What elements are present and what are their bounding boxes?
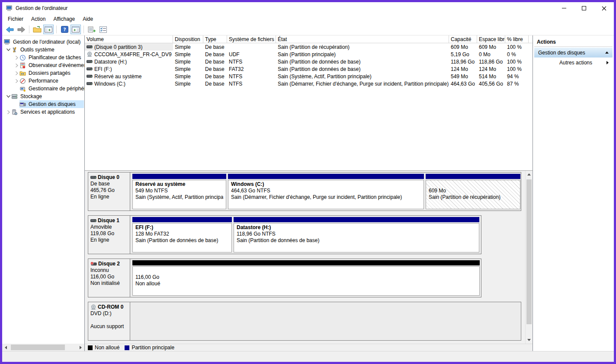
tree-item-outils-systeme[interactable]: Outils système xyxy=(2,46,84,54)
console-window-button[interactable] xyxy=(71,25,81,34)
help-button[interactable]: ? xyxy=(59,25,70,34)
expander-collapsed-icon[interactable] xyxy=(14,55,19,60)
expander-expanded-icon[interactable] xyxy=(6,95,11,98)
column-header-espace-libre[interactable]: Espace libre xyxy=(477,35,505,43)
column-header-libre[interactable]: % libre xyxy=(505,35,529,43)
console-tree-button[interactable] xyxy=(43,25,54,34)
partition-body[interactable]: Windows (C:)464,63 Go NTFSSain (Démarrer… xyxy=(228,180,424,209)
partition-non-alloue[interactable]: 116,00 GoNon alloué xyxy=(132,260,480,296)
menu-affichage[interactable]: Affichage xyxy=(49,15,79,23)
tree-item-content-performance: Performance xyxy=(19,78,60,84)
volume-row-efi-f[interactable]: EFI (F:)SimpleDe baseFAT32Sain (Partitio… xyxy=(85,65,533,73)
disk-info-line: Amovible xyxy=(90,224,128,230)
disk-name: Disque 1 xyxy=(98,217,119,224)
disk-label-cd-rom-0[interactable]: CD-ROM 0DVD (D:) Aucun support xyxy=(88,302,130,340)
toolbar-separator xyxy=(29,26,29,33)
partition-datastore-h[interactable]: Datastore (H:)118,96 Go NTFSSain (Partit… xyxy=(234,217,479,252)
properties-button[interactable] xyxy=(98,25,108,34)
folder-button[interactable] xyxy=(32,25,42,34)
export-list-button[interactable] xyxy=(87,25,97,34)
tree-item-label: Services et applications xyxy=(19,109,76,115)
minimize-button[interactable] xyxy=(554,2,574,14)
disk-label-disque-2[interactable]: Disque 2Inconnu116,00 GoNon initialisé xyxy=(88,259,130,297)
menu-fichier[interactable]: Fichier xyxy=(4,15,27,23)
column-header-type[interactable]: Type xyxy=(203,35,227,43)
column-header-disposition[interactable]: Disposition xyxy=(173,35,203,43)
disk-label-disque-0[interactable]: Disque 0De base465,76 GoEn ligne xyxy=(88,172,130,211)
cell-text: 464,63 Go xyxy=(451,81,475,87)
partition-size: 118,96 Go NTFS xyxy=(237,231,476,237)
cell-fs xyxy=(227,43,276,51)
partition-body[interactable]: Datastore (H:)118,96 Go NTFSSain (Partit… xyxy=(234,223,479,252)
disk-view-vertical-scrollbar[interactable] xyxy=(525,171,533,344)
partition-body[interactable]: 609 MoSain (Partition de récupération) xyxy=(426,180,520,209)
partition-windows-c[interactable]: Windows (C:)464,63 Go NTFSSain (Démarrer… xyxy=(228,174,424,209)
expander-collapsed-icon[interactable] xyxy=(6,110,11,115)
back-button[interactable] xyxy=(5,25,15,34)
submenu-arrow-icon[interactable] xyxy=(606,61,609,64)
tree-item-performance[interactable]: Performance xyxy=(2,77,84,85)
partition-body[interactable]: Réservé au système549 Mo NTFSSain (Systè… xyxy=(132,180,226,209)
disk-row-disque-2[interactable]: Disque 2Inconnu116,00 GoNon initialisé 1… xyxy=(88,259,481,297)
tree-item-gestion-des-disques[interactable]: Gestion des disques xyxy=(2,100,84,108)
volume-row-windows-c[interactable]: Windows (C:)SimpleDe baseNTFSSain (Démar… xyxy=(85,80,533,87)
partition-efi-f[interactable]: EFI (F:)128 Mo FAT32Sain (Partition de d… xyxy=(132,217,232,252)
disk-row-disque-1[interactable]: Disque 1Amovible119,08 GoEn ligneEFI (F:… xyxy=(88,215,481,254)
tree-item-gestionnaire-de-peripheriques[interactable]: Gestionnaire de périphériques xyxy=(2,85,84,93)
tree-item-label: Planificateur de tâches xyxy=(27,54,82,61)
performance-icon xyxy=(19,78,27,84)
disk-partitions xyxy=(130,302,521,340)
volume-row-disque-0-partition-3[interactable]: (Disque 0 partition 3)SimpleDe baseSain … xyxy=(85,43,533,51)
partition-size: 549 Mo NTFS xyxy=(135,188,223,194)
console-window-icon xyxy=(72,26,80,32)
actions-group-disk-management[interactable]: Gestion des disques xyxy=(534,48,613,57)
scrollbar-thumb[interactable] xyxy=(526,179,532,324)
expander-collapsed-icon[interactable] xyxy=(14,79,19,83)
column-header-systeme-de-fichiers[interactable]: Système de fichiers xyxy=(227,35,276,43)
cell-disposition: Simple xyxy=(173,73,203,80)
collapse-icon[interactable] xyxy=(605,51,609,54)
partition-body[interactable]: 116,00 GoNon alloué xyxy=(132,266,480,296)
title-bar: Gestion de l'ordinateur xyxy=(2,2,614,14)
maximize-button[interactable] xyxy=(574,2,594,14)
scroll-up-arrow-icon[interactable] xyxy=(526,171,533,178)
partition-status: Sain (Démarrer, Fichier d'échange, Purge… xyxy=(231,194,421,201)
column-header-volume[interactable]: Volume xyxy=(85,35,173,43)
scroll-right-arrow-icon[interactable] xyxy=(77,344,84,351)
scroll-left-arrow-icon[interactable] xyxy=(2,344,10,351)
expander-expanded-icon[interactable] xyxy=(6,48,11,51)
menu-action[interactable]: Action xyxy=(27,15,49,23)
menu-aide[interactable]: Aide xyxy=(79,15,97,23)
folder-icon xyxy=(33,26,42,33)
volume-row-datastore-h[interactable]: Datastore (H:)SimpleDe baseNTFSSain (Par… xyxy=(85,58,533,65)
partition-sain-partition-de-recuperation[interactable]: 609 MoSain (Partition de récupération) xyxy=(426,174,520,209)
volume-row-cccoma-x64fre-fr-ca-dv9-e[interactable]: CCCOMA_X64FRE_FR-CA_DV9 (E:)SimpleDe bas… xyxy=(85,51,533,58)
scroll-down-arrow-icon[interactable] xyxy=(526,336,533,344)
tree-item-dossiers-partages[interactable]: Dossiers partagés xyxy=(2,69,84,77)
tree-item-services-et-applications[interactable]: Services et applications xyxy=(2,108,84,116)
tree-item-observateur-d-evenements[interactable]: Observateur d'événements xyxy=(2,61,84,69)
partition-body[interactable]: EFI (F:)128 Mo FAT32Sain (Partition de d… xyxy=(132,223,232,252)
scrollbar-thumb[interactable] xyxy=(11,345,65,350)
forward-button[interactable] xyxy=(16,25,26,34)
cell-text: Simple xyxy=(175,81,191,87)
legend-swatch xyxy=(125,345,129,350)
tree-item-label: Dossiers partagés xyxy=(27,70,72,76)
disk-row-disque-0[interactable]: Disque 0De base465,76 GoEn ligneRéservé … xyxy=(88,172,521,211)
tree-item-stockage[interactable]: Stockage xyxy=(2,93,84,100)
close-button[interactable] xyxy=(594,2,614,14)
expander-collapsed-icon[interactable] xyxy=(14,71,19,76)
column-header-etat[interactable]: État xyxy=(276,35,449,43)
disk-row-cd-rom-0[interactable]: CD-ROM 0DVD (D:) Aucun support xyxy=(88,302,521,341)
tree-item-gestion-de-l-ordinateur-local[interactable]: Gestion de l'ordinateur (local) xyxy=(2,38,84,46)
partition-reserve-au-systeme[interactable]: Réservé au système549 Mo NTFSSain (Systè… xyxy=(132,174,226,209)
actions-item-more-actions[interactable]: Autres actions xyxy=(534,57,613,68)
tree-horizontal-scrollbar[interactable] xyxy=(2,344,84,351)
cell-espace_libre: 609 Mo xyxy=(477,43,505,51)
partition-legend: Non allouéPartition principale xyxy=(85,344,533,351)
disk-label-disque-1[interactable]: Disque 1Amovible119,08 GoEn ligne xyxy=(88,216,130,254)
column-header-capacite[interactable]: Capacité xyxy=(449,35,477,43)
expander-collapsed-icon[interactable] xyxy=(14,63,19,68)
volume-row-reserve-au-systeme[interactable]: Réservé au systèmeSimpleDe baseNTFSSain … xyxy=(85,73,533,80)
tree-item-planificateur-de-taches[interactable]: Planificateur de tâches xyxy=(2,54,84,61)
